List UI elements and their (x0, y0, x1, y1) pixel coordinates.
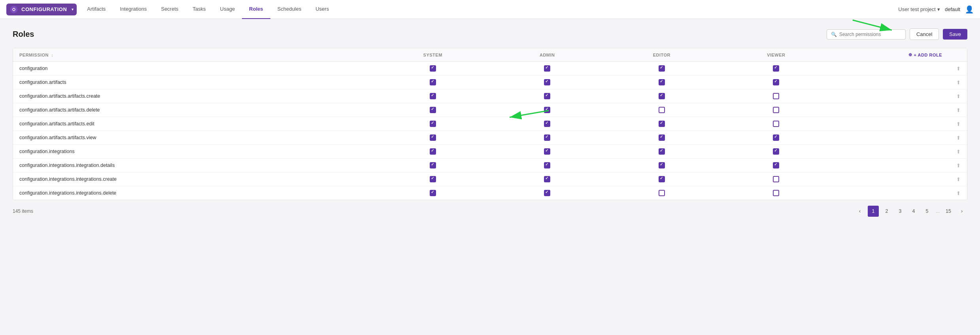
editor-cell (604, 159, 719, 172)
viewer-checkbox[interactable] (773, 134, 779, 141)
nav-usage[interactable]: Usage (213, 0, 242, 19)
system-checkbox[interactable] (430, 148, 436, 155)
viewer-checkbox[interactable] (773, 107, 779, 113)
nav-schedules[interactable]: Schedules (270, 0, 309, 19)
admin-checkbox[interactable] (544, 93, 550, 99)
viewer-checkbox[interactable] (773, 148, 779, 155)
upload-icon[interactable]: ⬆ (956, 149, 961, 155)
nav-tasks[interactable]: Tasks (185, 0, 213, 19)
editor-checkbox[interactable] (659, 93, 665, 99)
admin-checkbox[interactable] (544, 107, 550, 113)
permission-cell: configuration.artifacts (13, 76, 376, 89)
upload-icon[interactable]: ⬆ (956, 79, 961, 85)
nav-integrations[interactable]: Integrations (113, 0, 154, 19)
system-checkbox[interactable] (430, 93, 436, 99)
items-count: 145 items (13, 208, 33, 214)
upload-icon[interactable]: ⬆ (956, 121, 961, 127)
page-title: Roles (13, 30, 34, 39)
editor-checkbox[interactable] (659, 176, 665, 182)
table-footer: 145 items ‹ 1 2 3 4 5 ... 15 › (13, 200, 967, 217)
editor-checkbox[interactable] (659, 148, 665, 155)
upload-icon[interactable]: ⬆ (956, 163, 961, 168)
viewer-checkbox[interactable] (773, 162, 779, 168)
system-checkbox[interactable] (430, 162, 436, 168)
editor-checkbox[interactable] (659, 65, 665, 72)
editor-checkbox[interactable] (659, 134, 665, 141)
page-last-button[interactable]: 15 (943, 206, 954, 217)
upload-icon[interactable]: ⬆ (956, 176, 961, 182)
viewer-cell (719, 131, 834, 145)
system-checkbox[interactable] (430, 176, 436, 182)
page-2-button[interactable]: 2 (881, 206, 892, 217)
editor-checkbox[interactable] (659, 79, 665, 85)
upload-icon[interactable]: ⬆ (956, 107, 961, 113)
upload-cell: ⬆ (950, 172, 967, 186)
save-button[interactable]: Save (943, 29, 967, 40)
viewer-cell (719, 159, 834, 172)
project-selector[interactable]: User test project ▾ (898, 6, 940, 12)
page-ellipsis: ... (935, 208, 940, 214)
upload-icon[interactable]: ⬆ (956, 66, 961, 72)
next-page-button[interactable]: › (956, 206, 967, 217)
admin-checkbox[interactable] (544, 162, 550, 168)
page-5-button[interactable]: 5 (921, 206, 933, 217)
admin-cell (490, 117, 604, 131)
user-icon: 👤 (965, 5, 974, 14)
admin-checkbox[interactable] (544, 148, 550, 155)
nav-secrets[interactable]: Secrets (154, 0, 185, 19)
topnav-right: User test project ▾ default 👤 (898, 5, 974, 14)
system-cell (376, 103, 490, 117)
search-input[interactable] (839, 32, 901, 37)
system-cell (376, 145, 490, 159)
system-checkbox[interactable] (430, 107, 436, 113)
project-label: User test project (898, 6, 936, 12)
nav-artifacts[interactable]: Artifacts (80, 0, 113, 19)
default-label: default (945, 6, 960, 12)
upload-icon[interactable]: ⬆ (956, 93, 961, 99)
system-checkbox[interactable] (430, 190, 436, 196)
admin-checkbox[interactable] (544, 134, 550, 141)
admin-checkbox[interactable] (544, 176, 550, 182)
search-box[interactable]: 🔍 (827, 29, 906, 40)
system-checkbox[interactable] (430, 134, 436, 141)
prev-page-button[interactable]: ‹ (854, 206, 865, 217)
viewer-checkbox[interactable] (773, 190, 779, 196)
system-cell (376, 186, 490, 200)
nav-users[interactable]: Users (308, 0, 336, 19)
viewer-checkbox[interactable] (773, 93, 779, 99)
editor-checkbox[interactable] (659, 107, 665, 113)
topnav: CONFIGURATION ▾ Artifacts Integrations S… (0, 0, 980, 19)
page-4-button[interactable]: 4 (908, 206, 919, 217)
admin-cell (490, 89, 604, 103)
upload-icon[interactable]: ⬆ (956, 135, 961, 141)
viewer-checkbox[interactable] (773, 176, 779, 182)
logo[interactable]: CONFIGURATION ▾ (6, 4, 77, 15)
cancel-button[interactable]: Cancel (910, 28, 939, 40)
editor-cell (604, 186, 719, 200)
add-role-button[interactable]: ⊕ + ADD ROLE (840, 52, 942, 57)
admin-checkbox[interactable] (544, 65, 550, 72)
editor-checkbox[interactable] (659, 121, 665, 127)
upload-cell: ⬆ (950, 159, 967, 172)
viewer-checkbox[interactable] (773, 79, 779, 85)
editor-cell (604, 62, 719, 76)
editor-cell (604, 117, 719, 131)
col-permission[interactable]: PERMISSION ↕ (13, 48, 376, 62)
viewer-checkbox[interactable] (773, 121, 779, 127)
upload-icon[interactable]: ⬆ (956, 190, 961, 196)
page-3-button[interactable]: 3 (895, 206, 906, 217)
editor-checkbox[interactable] (659, 162, 665, 168)
editor-checkbox[interactable] (659, 190, 665, 196)
admin-cell (490, 62, 604, 76)
admin-checkbox[interactable] (544, 79, 550, 85)
nav-roles[interactable]: Roles (242, 0, 270, 19)
viewer-checkbox[interactable] (773, 65, 779, 72)
editor-cell (604, 76, 719, 89)
admin-checkbox[interactable] (544, 121, 550, 127)
admin-checkbox[interactable] (544, 190, 550, 196)
page-1-button[interactable]: 1 (868, 206, 879, 217)
system-checkbox[interactable] (430, 121, 436, 127)
system-checkbox[interactable] (430, 79, 436, 85)
project-chevron-icon: ▾ (937, 6, 940, 12)
system-checkbox[interactable] (430, 65, 436, 72)
